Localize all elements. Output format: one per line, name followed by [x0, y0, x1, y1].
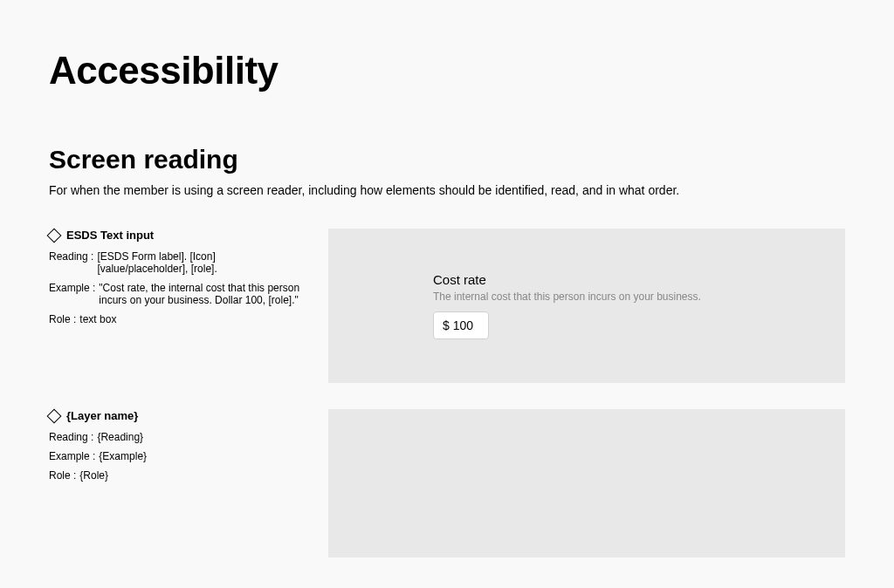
- input-value: 100: [453, 318, 473, 332]
- example-value: {Example}: [99, 450, 302, 462]
- reading-row: Reading : {Reading}: [49, 431, 302, 443]
- reading-value: [ESDS Form label]. [Icon] [value/placeho…: [97, 250, 302, 275]
- section-description: For when the member is using a screen re…: [49, 183, 845, 197]
- section-title: Screen reading: [49, 145, 845, 174]
- entry-preview: Cost rate The internal cost that this pe…: [328, 229, 845, 383]
- entry-meta: ESDS Text input Reading : [ESDS Form lab…: [49, 229, 302, 332]
- example-label: Example :: [49, 282, 99, 294]
- reading-label: Reading :: [49, 431, 97, 443]
- entry-row: ESDS Text input Reading : [ESDS Form lab…: [49, 229, 845, 383]
- field-label: Cost rate: [433, 272, 740, 287]
- page-title: Accessibility: [49, 49, 845, 92]
- entry-name: ESDS Text input: [66, 229, 154, 242]
- example-value: "Cost rate, the internal cost that this …: [99, 282, 302, 306]
- diamond-icon: [47, 408, 62, 423]
- role-value: text box: [79, 313, 302, 325]
- entry-header: {Layer name}: [49, 409, 302, 422]
- reading-value: {Reading}: [97, 431, 302, 443]
- reading-row: Reading : [ESDS Form label]. [Icon] [val…: [49, 250, 302, 275]
- role-row: Role : {Role}: [49, 469, 302, 482]
- reading-label: Reading :: [49, 250, 97, 263]
- role-value: {Role}: [79, 469, 302, 482]
- entry-meta: {Layer name} Reading : {Reading} Example…: [49, 409, 302, 489]
- role-label: Role :: [49, 313, 79, 325]
- example-row: Example : "Cost rate, the internal cost …: [49, 282, 302, 306]
- field-help: The internal cost that this person incur…: [433, 291, 740, 303]
- role-label: Role :: [49, 469, 79, 482]
- example-row: Example : {Example}: [49, 450, 302, 462]
- example-label: Example :: [49, 450, 99, 462]
- entry-preview-empty: [328, 409, 845, 557]
- entry-name: {Layer name}: [66, 409, 138, 422]
- entry-row: {Layer name} Reading : {Reading} Example…: [49, 409, 845, 557]
- entry-header: ESDS Text input: [49, 229, 302, 242]
- role-row: Role : text box: [49, 313, 302, 325]
- currency-prefix: $: [443, 318, 450, 332]
- preview-form: Cost rate The internal cost that this pe…: [433, 272, 740, 339]
- diamond-icon: [47, 228, 62, 243]
- cost-rate-input[interactable]: $ 100: [433, 311, 489, 339]
